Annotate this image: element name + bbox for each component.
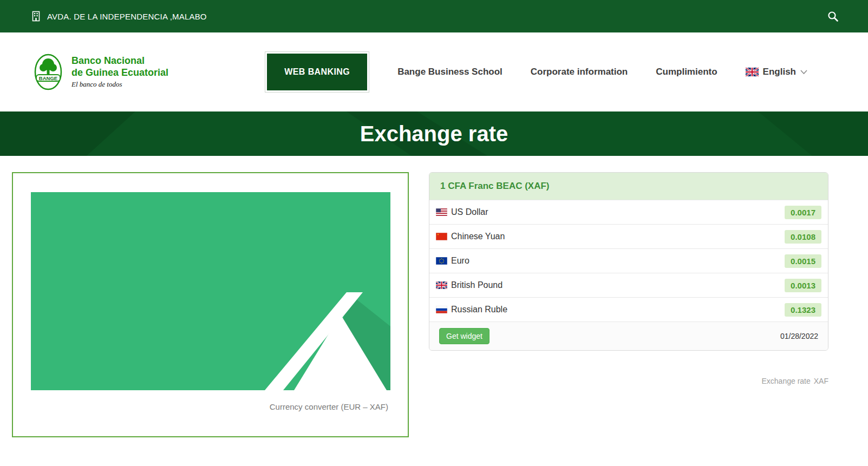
rate-currency-name: British Pound [451,280,502,290]
rates-header: 1 CFA Franc BEAC (XAF) [429,173,828,200]
language-selector[interactable]: English [746,67,807,77]
search-button[interactable] [824,7,842,25]
nav-cumplimiento[interactable]: Cumplimiento [656,67,717,77]
rates-title: 1 CFA Franc BEAC (XAF) [440,181,550,191]
web-banking-button-wrap: WEB BANKING [265,51,369,93]
currency-converter-widget-image [31,192,390,390]
rates-column: 1 CFA Franc BEAC (XAF) US Dollar 0.0017 … [429,172,828,385]
footer-note-right: XAF [814,377,828,385]
nav-business-school[interactable]: Bange Business School [397,67,502,77]
bange-tree-logo-icon: BANGE [31,53,65,91]
page-title: Exchange rate [0,111,868,156]
rate-currency-name: US Dollar [451,207,488,217]
page: AVDA. DE LA INDEPENDENCIA ,MALABO BANGE [0,0,868,466]
rate-row-russian-ruble: Russian Ruble 0.1323 [429,297,828,321]
bank-name-line1: Banco Nacional [71,55,168,67]
branch-address-text: AVDA. DE LA INDEPENDENCIA ,MALABO [47,12,207,21]
rate-row-chinese-yuan: Chinese Yuan 0.0108 [429,224,828,248]
rate-currency-name: Chinese Yuan [451,232,505,241]
us-flag-icon [436,208,447,216]
china-flag-icon [436,233,447,240]
bank-name-line2: de Guinea Ecuatorial [71,67,168,78]
rate-row-euro: Euro 0.0015 [429,248,828,273]
bank-name: Banco Nacional de Guinea Ecuatorial El b… [71,55,168,88]
search-icon [827,10,839,22]
language-label: English [763,67,796,77]
topbar: AVDA. DE LA INDEPENDENCIA ,MALABO [0,0,868,32]
branch-address: AVDA. DE LA INDEPENDENCIA ,MALABO [31,11,207,22]
site-header: BANGE Banco Nacional de Guinea Ecuatoria… [0,32,868,111]
building-icon [31,11,41,22]
footer-note-left: Exchange rate [761,377,810,385]
rate-value-badge: 0.0017 [785,206,821,219]
rate-value-badge: 0.0108 [785,230,821,244]
russia-flag-icon [436,306,447,313]
rates-date: 01/28/2022 [780,332,818,340]
eu-flag-icon [436,257,447,265]
exchange-rate-xaf-note: Exchange rateXAF [429,377,828,385]
rate-value-badge: 0.0015 [785,254,821,268]
uk-flag-icon [436,281,447,289]
rate-row-british-pound: British Pound 0.0013 [429,273,828,297]
nav-web-banking[interactable]: WEB BANKING [267,54,367,90]
rate-row-us-dollar: US Dollar 0.0017 [429,200,828,224]
currency-converter-card: Currency converter (EUR – XAF) [12,172,409,437]
rate-value-badge: 0.0013 [785,279,821,292]
exchange-rate-widget: 1 CFA Franc BEAC (XAF) US Dollar 0.0017 … [429,172,828,351]
uk-flag-icon [746,68,759,76]
page-banner: Exchange rate [0,111,868,156]
bank-tagline: El banco de todos [71,80,168,89]
bank-logo[interactable]: BANGE Banco Nacional de Guinea Ecuatoria… [31,53,168,91]
nav-corporate-information[interactable]: Corporate information [531,67,628,77]
rate-value-badge: 0.1323 [785,303,821,317]
rate-currency-name: Euro [451,256,469,266]
rate-currency-name: Russian Ruble [451,305,507,314]
main-nav: WEB BANKING Bange Business School Corpor… [265,51,807,93]
main-content: Currency converter (EUR – XAF) 1 CFA Fra… [0,156,868,437]
chevron-down-icon [800,70,807,74]
get-widget-button[interactable]: Get widget [439,328,490,344]
rates-footer: Get widget 01/28/2022 [429,321,828,350]
converter-caption: Currency converter (EUR – XAF) [13,402,408,411]
svg-text:BANGE: BANGE [39,75,57,81]
